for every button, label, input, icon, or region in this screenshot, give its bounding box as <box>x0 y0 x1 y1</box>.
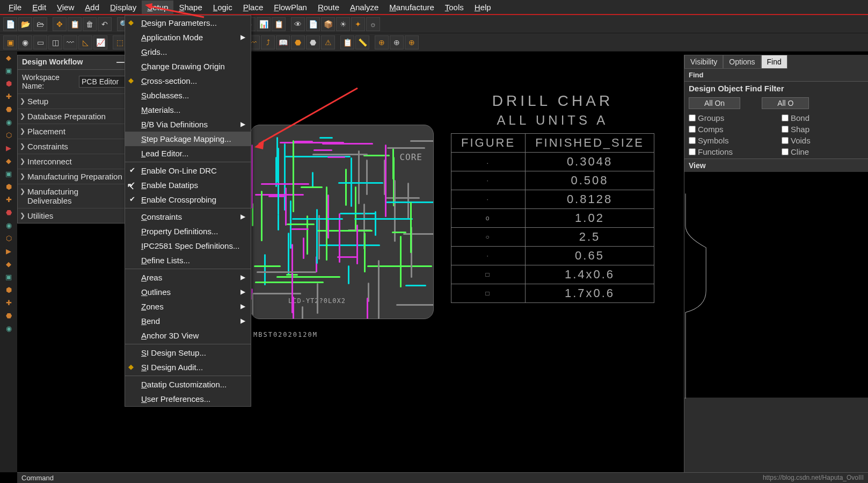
toolbar-button[interactable]: 📄 <box>306 17 320 31</box>
menu-item-outlines[interactable]: Outlines▶ <box>125 285 251 299</box>
left-tool-icon[interactable]: ▶ <box>2 144 15 154</box>
left-tool-icon[interactable]: ⬡ <box>2 234 15 244</box>
workflow-item-database-preparation[interactable]: ❯Database Preparation <box>18 109 129 124</box>
menu-item-define-lists[interactable]: Define Lists... <box>125 253 251 268</box>
menu-route[interactable]: Route <box>312 1 345 14</box>
menu-item-enable-on-line-drc[interactable]: ✔Enable On-Line DRC <box>125 163 251 178</box>
menu-item-grids[interactable]: Grids... <box>125 45 251 59</box>
menu-item-user-preferences[interactable]: User Preferences... <box>125 392 251 406</box>
menu-item-anchor-d-view[interactable]: Anchor 3D View <box>125 328 251 343</box>
menu-add[interactable]: Add <box>79 1 105 14</box>
toolbar-button[interactable]: 📋 <box>340 35 354 49</box>
workflow-item-manufacturing-preparation[interactable]: ❯Manufacturing Preparation <box>18 169 129 184</box>
checkbox[interactable] <box>689 148 696 155</box>
toolbar-button[interactable]: ▣ <box>3 35 17 49</box>
toolbar-button[interactable]: ◺ <box>78 35 92 49</box>
left-tool-icon[interactable]: ◉ <box>2 325 15 334</box>
tab-find[interactable]: Find <box>761 55 787 69</box>
toolbar-button[interactable]: ⊕ <box>390 35 404 49</box>
workflow-item-utilities[interactable]: ❯Utilities <box>18 208 129 223</box>
toolbar-button[interactable]: 〰 <box>63 35 77 49</box>
checkbox[interactable] <box>689 114 696 121</box>
toolbar-button[interactable]: ▭ <box>33 35 47 49</box>
checkbox[interactable] <box>782 114 789 121</box>
filter-check-functions[interactable]: Functions <box>689 147 771 156</box>
menu-item-enable-datatips[interactable]: ✔Enable Datatips <box>125 178 251 192</box>
left-tool-icon[interactable]: ▶ <box>2 247 15 257</box>
toolbar-button[interactable]: 👁 <box>291 17 305 31</box>
checkbox[interactable] <box>782 148 789 155</box>
toolbar-button[interactable]: ⤴ <box>261 35 275 49</box>
toolbar-button[interactable]: ⚠ <box>321 35 335 49</box>
filter-check-symbols[interactable]: Symbols <box>689 136 771 145</box>
checkbox[interactable] <box>782 126 789 133</box>
workflow-item-interconnect[interactable]: ❯Interconnect <box>18 154 129 169</box>
menu-item-si-design-audit[interactable]: ◆SI Design Audit... <box>125 360 251 374</box>
left-tool-icon[interactable]: ◆ <box>2 157 15 167</box>
filter-check-voids[interactable]: Voids <box>782 136 864 145</box>
menu-item-ipc-spec-definitions[interactable]: IPC2581 Spec Definitions... <box>125 239 251 253</box>
menu-edit[interactable]: Edit <box>27 1 52 14</box>
menu-help[interactable]: Help <box>469 1 497 14</box>
left-tool-icon[interactable]: ▣ <box>2 170 15 179</box>
left-tool-icon[interactable]: ✚ <box>2 92 15 102</box>
menu-analyze[interactable]: Analyze <box>345 1 384 14</box>
toolbar-button[interactable]: ◫ <box>48 35 62 49</box>
minimize-icon[interactable]: — <box>116 57 125 67</box>
workflow-item-manufacturing-deliverables[interactable]: ❯Manufacturing Deliverables <box>18 184 129 208</box>
left-tool-icon[interactable]: ⬣ <box>2 208 15 218</box>
checkbox[interactable] <box>782 137 789 144</box>
left-tool-icon[interactable]: ✚ <box>2 196 15 205</box>
menu-item-cross-section[interactable]: ◆Cross-section... <box>125 74 251 88</box>
left-tool-icon[interactable]: ◆ <box>2 260 15 270</box>
menu-item-subclasses[interactable]: Subclasses... <box>125 88 251 103</box>
left-tool-icon[interactable]: ⬣ <box>2 105 15 115</box>
menu-manufacture[interactable]: Manufacture <box>384 1 439 14</box>
menu-item-bend[interactable]: Bend▶ <box>125 314 251 328</box>
menu-item-lead-editor[interactable]: Lead Editor... <box>125 146 251 161</box>
checkbox[interactable] <box>689 137 696 144</box>
toolbar-button[interactable]: ◉ <box>18 35 32 49</box>
menu-file[interactable]: File <box>3 1 27 14</box>
filter-check-shap[interactable]: Shap <box>782 125 864 134</box>
menu-item-si-design-setup[interactable]: SI Design Setup... <box>125 345 251 360</box>
toolbar-button[interactable]: ⬣ <box>291 35 305 49</box>
toolbar-button[interactable]: ↶ <box>98 17 112 31</box>
all-on-button[interactable]: All On <box>689 97 740 109</box>
toolbar-button[interactable]: ⬣ <box>306 35 320 49</box>
menu-item-b-b-via-definitions[interactable]: B/B Via Definitions▶ <box>125 117 251 132</box>
filter-check-bond[interactable]: Bond <box>782 113 864 122</box>
toolbar-button[interactable]: 📏 <box>355 35 369 49</box>
toolbar-button[interactable]: ☀ <box>336 17 350 31</box>
toolbar-button[interactable]: 📂 <box>18 17 32 31</box>
left-tool-icon[interactable]: ▣ <box>2 67 15 76</box>
toolbar-button[interactable]: 📦 <box>321 17 335 31</box>
menu-item-application-mode[interactable]: Application Mode▶ <box>125 30 251 45</box>
tab-visibility[interactable]: Visibility <box>684 55 723 69</box>
left-tool-icon[interactable]: ◆ <box>2 54 15 63</box>
filter-check-groups[interactable]: Groups <box>689 113 771 122</box>
menu-display[interactable]: Display <box>105 1 142 14</box>
toolbar-button[interactable]: 📖 <box>276 35 290 49</box>
workflow-item-constraints[interactable]: ❯Constraints <box>18 139 129 154</box>
left-tool-icon[interactable]: ⬡ <box>2 131 15 141</box>
left-tool-icon[interactable]: ▣ <box>2 273 15 283</box>
menu-shape[interactable]: Shape <box>173 1 207 14</box>
toolbar-button[interactable]: 🗁 <box>33 17 47 31</box>
tab-options[interactable]: Options <box>723 55 761 69</box>
toolbar-button[interactable]: 📋 <box>68 17 82 31</box>
checkbox[interactable] <box>689 126 696 133</box>
menu-item-zones[interactable]: Zones▶ <box>125 299 251 314</box>
menu-item-areas[interactable]: Areas▶ <box>125 270 251 285</box>
left-tool-icon[interactable]: ✚ <box>2 299 15 308</box>
menu-item-datatip-customization[interactable]: Datatip Customization... <box>125 377 251 392</box>
toolbar-button[interactable]: 📄 <box>3 17 17 31</box>
left-tool-icon[interactable]: ⬢ <box>2 183 15 192</box>
view-minimap[interactable] <box>684 172 868 398</box>
menu-item-step-package-mapping[interactable]: Step Package Mapping... <box>125 132 251 146</box>
toolbar-button[interactable]: ✥ <box>53 17 67 31</box>
toolbar-button[interactable]: ⊕ <box>375 35 389 49</box>
toolbar-button[interactable]: ⊕ <box>405 35 419 49</box>
menu-item-property-definitions[interactable]: Property Definitions... <box>125 224 251 239</box>
left-tool-icon[interactable]: ⬣ <box>2 312 15 321</box>
